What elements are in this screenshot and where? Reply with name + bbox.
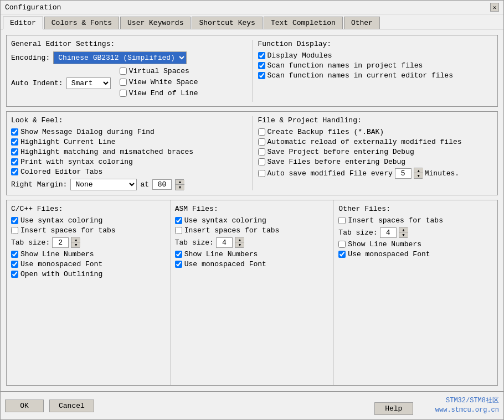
print-syntax-checkbox[interactable] bbox=[11, 158, 18, 165]
cpp-use-monospaced-checkbox[interactable] bbox=[11, 261, 18, 268]
cpp-open-outlining-checkbox[interactable] bbox=[11, 271, 18, 278]
auto-save-row: Auto save modified File every ▲ ▼ Minute… bbox=[258, 168, 493, 179]
cpp-files-col: C/C++ Files: Use syntax coloring Insert … bbox=[7, 200, 171, 385]
other-tab-up-btn[interactable]: ▲ bbox=[399, 227, 408, 232]
show-message-checkbox[interactable] bbox=[11, 128, 18, 136]
cpp-show-line-numbers-label: Show Line Numbers bbox=[20, 250, 94, 258]
view-end-of-line-checkbox[interactable] bbox=[120, 90, 127, 97]
virtual-spaces-checkbox[interactable] bbox=[120, 68, 127, 75]
highlight-current-checkbox[interactable] bbox=[11, 138, 18, 146]
tab-shortcut-keys[interactable]: Shortcut Keys bbox=[192, 17, 262, 29]
highlight-current-label: Highlight Current Line bbox=[20, 138, 116, 146]
auto-save-up-btn[interactable]: ▲ bbox=[414, 168, 423, 173]
right-margin-select[interactable]: None bbox=[70, 179, 137, 190]
asm-tab-up-btn[interactable]: ▲ bbox=[235, 237, 244, 242]
asm-use-monospaced-checkbox[interactable] bbox=[175, 261, 182, 268]
create-backup-label: Create Backup files (*.BAK) bbox=[268, 128, 384, 136]
view-white-space-row: View White Space bbox=[120, 78, 198, 86]
help-button[interactable]: Help bbox=[374, 402, 413, 415]
save-project-debug-checkbox[interactable] bbox=[258, 148, 265, 155]
other-tab-spinner: ▲ ▼ bbox=[399, 227, 408, 238]
cpp-use-syntax-row: Use syntax coloring bbox=[11, 216, 166, 225]
save-files-debug-checkbox[interactable] bbox=[258, 158, 265, 165]
scan-project-row: Scan function names in project files bbox=[258, 61, 493, 70]
close-button[interactable]: ✕ bbox=[490, 3, 499, 12]
auto-save-checkbox[interactable] bbox=[258, 170, 265, 177]
asm-files-title: ASM Files: bbox=[175, 205, 330, 213]
tab-text-completion[interactable]: Text Completion bbox=[264, 17, 343, 29]
asm-use-syntax-checkbox[interactable] bbox=[175, 217, 182, 224]
cpp-use-syntax-checkbox[interactable] bbox=[11, 217, 18, 224]
at-label: at bbox=[140, 180, 149, 189]
tab-editor[interactable]: Editor bbox=[3, 17, 43, 29]
margin-number-input[interactable] bbox=[152, 179, 172, 190]
tabs-bar: Editor Colors & Fonts User Keywords Shor… bbox=[1, 14, 503, 29]
margin-up-btn[interactable]: ▲ bbox=[176, 180, 184, 185]
right-margin-label: Right Margin: bbox=[11, 180, 67, 189]
cpp-tab-down-btn[interactable]: ▼ bbox=[71, 242, 80, 247]
auto-save-minutes-input[interactable] bbox=[395, 168, 412, 179]
asm-show-line-numbers-checkbox[interactable] bbox=[175, 251, 182, 258]
other-show-line-numbers-checkbox[interactable] bbox=[338, 241, 346, 248]
scan-project-label: Scan function names in project files bbox=[268, 61, 423, 70]
save-project-debug-label: Save Project before entering Debug bbox=[268, 148, 414, 156]
save-files-debug-row: Save Files before entering Debug bbox=[258, 158, 493, 166]
scan-current-row: Scan function names in current editor fi… bbox=[258, 71, 493, 80]
cancel-button[interactable]: Cancel bbox=[49, 400, 94, 412]
footer-buttons: OK Cancel bbox=[5, 400, 94, 412]
asm-insert-spaces-row: Insert spaces for tabs bbox=[175, 226, 330, 235]
view-end-of-line-row: View End of Line bbox=[120, 89, 198, 97]
display-modules-checkbox[interactable] bbox=[258, 52, 265, 59]
encoding-select[interactable]: Chinese GB2312 (Simplified) bbox=[53, 51, 187, 64]
auto-indent-select[interactable]: Smart bbox=[66, 77, 111, 89]
auto-reload-checkbox[interactable] bbox=[258, 138, 265, 146]
cpp-tab-size-input[interactable] bbox=[52, 237, 69, 248]
auto-reload-row: Automatic reload of externally modified … bbox=[258, 138, 493, 146]
cpp-use-syntax-label: Use syntax coloring bbox=[20, 216, 102, 225]
cpp-show-line-numbers-checkbox[interactable] bbox=[11, 251, 18, 258]
asm-use-monospaced-row: Use monospaced Font bbox=[175, 260, 330, 268]
other-tab-size-input[interactable] bbox=[380, 227, 397, 238]
view-white-space-label: View White Space bbox=[129, 78, 198, 86]
look-feel-panel: Look & Feel: Show Message Dialog during … bbox=[11, 116, 246, 190]
asm-tab-spinner: ▲ ▼ bbox=[235, 237, 244, 248]
cpp-files-title: C/C++ Files: bbox=[11, 205, 166, 213]
view-end-of-line-label: View End of Line bbox=[129, 89, 198, 97]
tab-other[interactable]: Other bbox=[344, 17, 380, 29]
asm-tab-size-input[interactable] bbox=[216, 237, 233, 248]
other-files-col: Other Files: Insert spaces for tabs Tab … bbox=[334, 200, 497, 385]
colored-tabs-checkbox[interactable] bbox=[11, 168, 18, 175]
colored-tabs-row: Colored Editor Tabs bbox=[11, 168, 246, 176]
scan-project-checkbox[interactable] bbox=[258, 62, 265, 69]
middle-section: Look & Feel: Show Message Dialog during … bbox=[6, 111, 498, 195]
print-syntax-row: Print with syntax coloring bbox=[11, 158, 246, 166]
margin-down-btn[interactable]: ▼ bbox=[176, 185, 184, 190]
right-margin-row: Right Margin: None at ▲ ▼ bbox=[11, 179, 246, 190]
highlight-matching-row: Highlight matching and mismatched braces bbox=[11, 148, 246, 156]
scan-current-label: Scan function names in current editor fi… bbox=[268, 71, 453, 80]
create-backup-checkbox[interactable] bbox=[258, 128, 265, 136]
configuration-window: Configuration ✕ Editor Colors & Fonts Us… bbox=[0, 0, 504, 420]
auto-save-down-btn[interactable]: ▼ bbox=[414, 173, 423, 178]
tab-user-keywords[interactable]: User Keywords bbox=[120, 17, 191, 29]
view-white-space-checkbox[interactable] bbox=[120, 79, 127, 86]
cpp-use-monospaced-label: Use monospaced Font bbox=[20, 260, 102, 268]
other-tab-down-btn[interactable]: ▼ bbox=[399, 232, 408, 237]
ok-button[interactable]: OK bbox=[5, 400, 44, 412]
auto-reload-label: Automatic reload of externally modified … bbox=[268, 138, 462, 146]
cpp-open-outlining-label: Open with Outlining bbox=[20, 270, 102, 278]
cpp-tab-up-btn[interactable]: ▲ bbox=[71, 237, 80, 242]
file-project-panel: File & Project Handling: Create Backup f… bbox=[258, 116, 493, 190]
highlight-matching-label: Highlight matching and mismatched braces bbox=[20, 148, 193, 156]
watermark-line1: STM32/STM8社区 bbox=[435, 396, 499, 406]
cpp-insert-spaces-checkbox[interactable] bbox=[11, 227, 18, 234]
scan-current-checkbox[interactable] bbox=[258, 72, 265, 79]
highlight-matching-checkbox[interactable] bbox=[11, 148, 18, 155]
other-use-monospaced-row: Use monospaced Font bbox=[338, 250, 493, 258]
other-use-monospaced-checkbox[interactable] bbox=[338, 251, 346, 258]
save-files-debug-label: Save Files before entering Debug bbox=[268, 158, 406, 166]
other-insert-spaces-checkbox[interactable] bbox=[338, 217, 346, 224]
asm-insert-spaces-checkbox[interactable] bbox=[175, 227, 182, 234]
tab-colors-fonts[interactable]: Colors & Fonts bbox=[44, 17, 119, 29]
asm-tab-down-btn[interactable]: ▼ bbox=[235, 242, 244, 247]
